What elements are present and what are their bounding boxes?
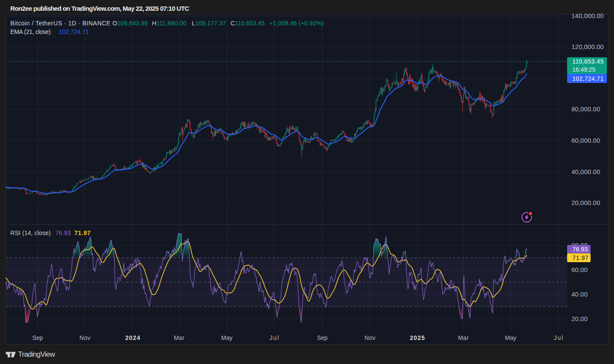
svg-text:16:49:25: 16:49:25: [572, 66, 596, 73]
svg-text:+1,009.46 (+0.92%): +1,009.46 (+0.92%): [269, 20, 323, 27]
svg-text:Nov: Nov: [80, 334, 91, 341]
svg-text:C110,653.45: C110,653.45: [230, 20, 265, 27]
svg-text:60.00: 60.00: [571, 266, 588, 273]
svg-text:Nov: Nov: [365, 334, 376, 341]
svg-text:Mar: Mar: [174, 334, 184, 341]
svg-text:Jul: Jul: [554, 334, 563, 341]
svg-text:40.00: 40.00: [571, 291, 588, 298]
svg-text:71.97: 71.97: [74, 229, 91, 236]
svg-text:May: May: [221, 334, 233, 341]
svg-text:2025: 2025: [410, 334, 425, 341]
svg-text:110,653.45: 110,653.45: [572, 58, 604, 65]
svg-text:140,000.00: 140,000.00: [571, 12, 604, 19]
svg-text:80,000.00: 80,000.00: [571, 105, 600, 113]
svg-text:60,000.00: 60,000.00: [571, 137, 600, 144]
svg-text:O109,643.99: O109,643.99: [113, 20, 148, 27]
svg-text:76.93: 76.93: [572, 246, 588, 253]
svg-text:Bitcoin / TetherUS · 1D · BINA: Bitcoin / TetherUS · 1D · BINANCE: [10, 20, 111, 27]
svg-text:H111,880.00: H111,880.00: [152, 20, 186, 27]
svg-text:Mar: Mar: [458, 334, 469, 341]
svg-text:120,000.00: 120,000.00: [571, 43, 604, 50]
svg-text:102,724.71: 102,724.71: [59, 28, 89, 35]
svg-text:L109,177.37: L109,177.37: [192, 20, 226, 27]
svg-text:102,724.71: 102,724.71: [572, 75, 604, 82]
svg-text:Ron2ee published on TradingVie: Ron2ee published on TradingView.com, May…: [10, 5, 189, 12]
svg-text:Sep: Sep: [32, 334, 43, 341]
svg-text:71.97: 71.97: [572, 254, 588, 261]
svg-text:20,000.00: 20,000.00: [571, 199, 600, 206]
svg-text:2024: 2024: [125, 334, 140, 341]
svg-text:20.00: 20.00: [571, 315, 588, 322]
svg-text:May: May: [505, 334, 516, 341]
svg-text:RSI (14, close): RSI (14, close): [10, 229, 51, 236]
svg-text:TradingView: TradingView: [18, 350, 55, 358]
svg-text:76.93: 76.93: [55, 229, 71, 236]
svg-text:Sep: Sep: [317, 334, 328, 341]
svg-text:40,000.00: 40,000.00: [571, 168, 600, 175]
svg-text:Jul: Jul: [270, 334, 279, 341]
svg-text:EMA (21, close): EMA (21, close): [10, 28, 51, 35]
